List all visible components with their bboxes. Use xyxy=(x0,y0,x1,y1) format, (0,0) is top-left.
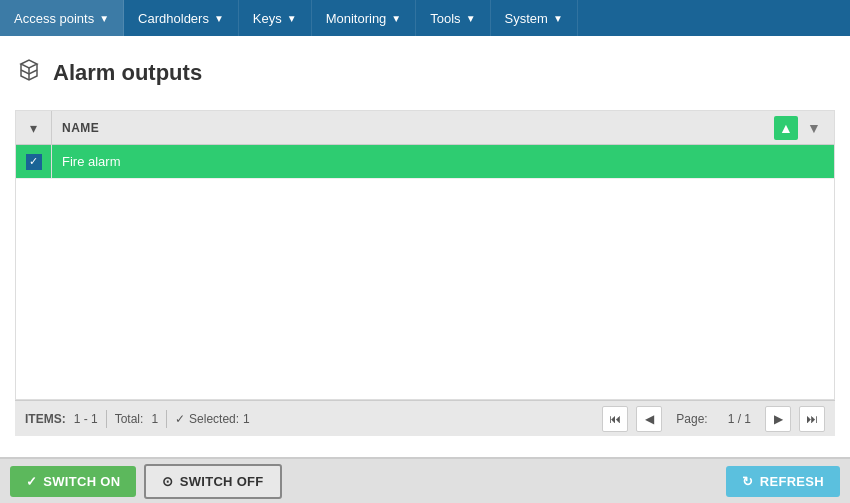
row-checkbox[interactable] xyxy=(26,154,42,170)
nav-caret-monitoring: ▼ xyxy=(391,13,401,24)
table-column-actions: ▲ ▼ xyxy=(774,116,834,140)
refresh-icon: ↻ xyxy=(742,474,753,489)
refresh-label: REFRESH xyxy=(760,474,824,489)
row-name-cell: Fire alarm xyxy=(52,154,834,169)
pagination-bar: ITEMS: 1 - 1 Total: 1 ✓ Selected: 1 ⏮ ◀ … xyxy=(15,400,835,436)
pag-divider-1 xyxy=(106,410,107,428)
items-range: 1 - 1 xyxy=(74,412,98,426)
nav-label-keys: Keys xyxy=(253,11,282,26)
alarm-outputs-table: ▾ NAME ▲ ▼ Fire alarm xyxy=(15,110,835,400)
nav-item-keys[interactable]: Keys ▼ xyxy=(239,0,312,36)
selected-value: 1 xyxy=(243,412,250,426)
pag-divider-2 xyxy=(166,410,167,428)
prev-page-button[interactable]: ◀ xyxy=(636,406,662,432)
switch-on-button[interactable]: ✓ SWITCH ON xyxy=(10,466,136,497)
add-button[interactable]: ▲ xyxy=(774,116,798,140)
total-label: Total: xyxy=(115,412,144,426)
column-toggle[interactable]: ▾ xyxy=(16,111,52,144)
nav-item-monitoring[interactable]: Monitoring ▼ xyxy=(312,0,417,36)
nav-item-cardholders[interactable]: Cardholders ▼ xyxy=(124,0,239,36)
nav-label-monitoring: Monitoring xyxy=(326,11,387,26)
check-icon: ✓ xyxy=(175,412,185,426)
nav-caret-access-points: ▼ xyxy=(99,13,109,24)
table-empty-area xyxy=(16,179,834,399)
nav-caret-keys: ▼ xyxy=(287,13,297,24)
selected-info: ✓ Selected: 1 xyxy=(175,412,250,426)
alarm-icon xyxy=(15,56,43,90)
page-content: Alarm outputs ▾ NAME ▲ ▼ Fire alarm ITEM… xyxy=(0,36,850,457)
first-page-button[interactable]: ⏮ xyxy=(602,406,628,432)
nav-label-tools: Tools xyxy=(430,11,460,26)
nav-caret-system: ▼ xyxy=(553,13,563,24)
switch-on-icon: ✓ xyxy=(26,474,37,489)
nav-item-system[interactable]: System ▼ xyxy=(491,0,578,36)
last-page-button[interactable]: ⏭ xyxy=(799,406,825,432)
nav-label-system: System xyxy=(505,11,548,26)
items-label: ITEMS: xyxy=(25,412,66,426)
page-current: 1 / 1 xyxy=(722,412,757,426)
nav-label-cardholders: Cardholders xyxy=(138,11,209,26)
toggle-icon: ▾ xyxy=(30,120,37,136)
column-name-header: NAME xyxy=(52,121,774,135)
selected-label: Selected: xyxy=(189,412,239,426)
page-title: Alarm outputs xyxy=(53,60,202,86)
switch-off-icon: ⊙ xyxy=(162,474,173,489)
nav-item-tools[interactable]: Tools ▼ xyxy=(416,0,490,36)
bottom-action-bar: ✓ SWITCH ON ⊙ SWITCH OFF ↻ REFRESH xyxy=(0,457,850,503)
nav-label-access-points: Access points xyxy=(14,11,94,26)
filter-button[interactable]: ▼ xyxy=(802,116,826,140)
nav-caret-tools: ▼ xyxy=(466,13,476,24)
page-label: Page: xyxy=(670,412,713,426)
table-header: ▾ NAME ▲ ▼ xyxy=(16,111,834,145)
next-page-button[interactable]: ▶ xyxy=(765,406,791,432)
page-title-area: Alarm outputs xyxy=(15,46,835,95)
nav-item-access-points[interactable]: Access points ▼ xyxy=(0,0,124,36)
switch-off-button[interactable]: ⊙ SWITCH OFF xyxy=(144,464,281,499)
switch-on-label: SWITCH ON xyxy=(43,474,120,489)
table-row[interactable]: Fire alarm xyxy=(16,145,834,179)
top-navigation: Access points ▼ Cardholders ▼ Keys ▼ Mon… xyxy=(0,0,850,36)
switch-off-label: SWITCH OFF xyxy=(180,474,264,489)
row-checkbox-container[interactable] xyxy=(16,145,52,178)
nav-caret-cardholders: ▼ xyxy=(214,13,224,24)
refresh-button[interactable]: ↻ REFRESH xyxy=(726,466,840,497)
total-value: 1 xyxy=(151,412,158,426)
